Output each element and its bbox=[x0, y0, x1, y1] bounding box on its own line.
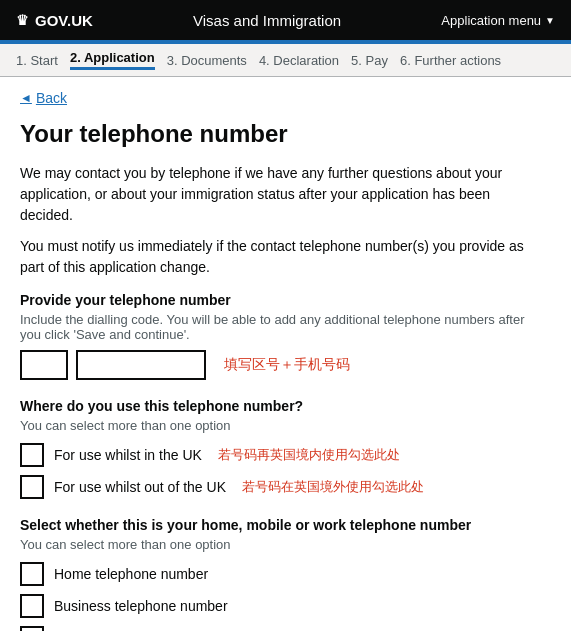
menu-arrow-icon: ▼ bbox=[545, 15, 555, 26]
checkbox-mobile[interactable] bbox=[20, 626, 44, 631]
checkbox-home[interactable] bbox=[20, 562, 44, 586]
checkbox-row-outside-uk-use: For use whilst out of the UK 若号码在英国境外使用勾… bbox=[20, 475, 540, 499]
step-3-documents[interactable]: 3. Documents bbox=[167, 53, 247, 68]
checkbox-row-home: Home telephone number bbox=[20, 562, 540, 586]
site-header: ♛ GOV.UK Visas and Immigration Applicati… bbox=[0, 0, 571, 40]
back-arrow-icon: ◄ bbox=[20, 91, 32, 105]
checkbox-outside-uk-use-annotation: 若号码在英国境外使用勾选此处 bbox=[242, 478, 424, 496]
crown-icon: ♛ bbox=[16, 12, 29, 28]
checkbox-row-uk-use: For use whilst in the UK 若号码再英国境内使用勾选此处 bbox=[20, 443, 540, 467]
checkbox-uk-use-annotation: 若号码再英国境内使用勾选此处 bbox=[218, 446, 400, 464]
phone-code-input[interactable] bbox=[20, 350, 68, 380]
where-question: Where do you use this telephone number? bbox=[20, 398, 540, 414]
step-4-declaration[interactable]: 4. Declaration bbox=[259, 53, 339, 68]
checkbox-row-business: Business telephone number bbox=[20, 594, 540, 618]
checkbox-home-label: Home telephone number bbox=[54, 566, 208, 582]
menu-label: Application menu bbox=[441, 13, 541, 28]
checkbox-uk-use-label: For use whilst in the UK bbox=[54, 447, 202, 463]
page-title: Your telephone number bbox=[20, 120, 540, 149]
description-1: We may contact you by telephone if we ha… bbox=[20, 163, 540, 226]
back-label: Back bbox=[36, 90, 67, 106]
where-hint: You can select more than one option bbox=[20, 418, 540, 433]
checkbox-business[interactable] bbox=[20, 594, 44, 618]
step-5-pay[interactable]: 5. Pay bbox=[351, 53, 388, 68]
site-title: Visas and Immigration bbox=[193, 12, 341, 29]
step-6-further-actions[interactable]: 6. Further actions bbox=[400, 53, 501, 68]
step-1-start[interactable]: 1. Start bbox=[16, 53, 58, 68]
phone-field-label: Provide your telephone number bbox=[20, 292, 540, 308]
checkbox-outside-uk-use-label: For use whilst out of the UK bbox=[54, 479, 226, 495]
description-2: You must notify us immediately if the co… bbox=[20, 236, 540, 278]
phone-field-hint: Include the dialling code. You will be a… bbox=[20, 312, 540, 342]
main-content: ◄ Back Your telephone number We may cont… bbox=[0, 77, 560, 631]
phone-number-input[interactable] bbox=[76, 350, 206, 380]
checkbox-row-mobile: Mobile telephone number 一般情况下勾选此处 bbox=[20, 626, 540, 631]
back-link[interactable]: ◄ Back bbox=[20, 90, 67, 106]
type-question: Select whether this is your home, mobile… bbox=[20, 517, 540, 533]
step-navigation: 1. Start 2. Application 3. Documents 4. … bbox=[0, 44, 571, 77]
checkbox-business-label: Business telephone number bbox=[54, 598, 228, 614]
application-menu-button[interactable]: Application menu ▼ bbox=[441, 13, 555, 28]
gov-uk-logo: ♛ GOV.UK bbox=[16, 12, 93, 29]
checkbox-outside-uk-use[interactable] bbox=[20, 475, 44, 499]
step-2-application[interactable]: 2. Application bbox=[70, 50, 155, 70]
checkbox-uk-use[interactable] bbox=[20, 443, 44, 467]
phone-input-row: 填写区号＋手机号码 bbox=[20, 350, 540, 380]
phone-annotation: 填写区号＋手机号码 bbox=[224, 356, 350, 374]
gov-uk-text: GOV.UK bbox=[35, 12, 93, 29]
type-hint: You can select more than one option bbox=[20, 537, 540, 552]
